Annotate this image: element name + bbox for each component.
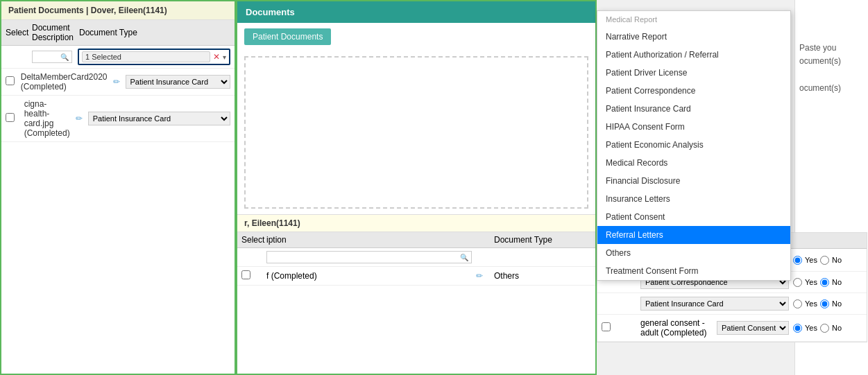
row-1-type-select[interactable]: Patient Insurance Card	[126, 75, 231, 89]
document-type-dropdown[interactable]: Medical Report Narrative Report Patient …	[597, 10, 791, 281]
rd-row-3-type-select[interactable]: Patient Insurance Card	[640, 297, 789, 311]
rd-table-row-3: Patient Insurance Card Yes No	[597, 293, 867, 315]
radio-no-3[interactable]	[820, 299, 829, 308]
search-icon: 🔍	[60, 53, 69, 61]
right-paste-area: Paste you ocument(s) ocument(s)	[795, 0, 868, 99]
middle-table-header: Select iption Document Type	[237, 232, 595, 248]
radio-no-2[interactable]	[820, 278, 829, 287]
mid-row-1-edit-icon[interactable]: ✏	[476, 271, 490, 281]
chevron-down-icon: ▾	[223, 53, 226, 61]
dropdown-item-patient-auth[interactable]: Patient Authorization / Referral	[597, 46, 790, 64]
mid-checkbox-1[interactable]	[241, 270, 250, 279]
checkbox-1[interactable]	[6, 76, 15, 85]
mid-col-header-select: Select	[241, 235, 262, 245]
rd-row-3-clinical: Yes No	[793, 299, 862, 308]
row-1-type-dropdown[interactable]: Patient Insurance Card	[126, 75, 231, 89]
radio-yes-3[interactable]	[793, 299, 802, 308]
mid-search-icon: 🔍	[460, 254, 468, 261]
rd-row-2-clinical: Yes No	[793, 278, 862, 287]
type-filter-badge: 1 Selected	[82, 51, 210, 62]
dropdown-item-insurance-letters[interactable]: Insurance Letters	[597, 190, 790, 208]
rd-row-4-checkbox[interactable]	[602, 322, 636, 333]
radio-no-4[interactable]	[820, 324, 829, 333]
dropdown-item-others[interactable]: Others	[597, 244, 790, 262]
patient-docs-button[interactable]: Patient Documents	[244, 28, 331, 45]
doc-type-filter[interactable]: 1 Selected ✕ ▾	[78, 49, 230, 65]
row-2-type-select[interactable]: Patient Insurance Card	[88, 112, 230, 125]
radio-group-4: Yes No	[793, 324, 862, 333]
row-1-description: DeltaMemberCard2020 (Completed)	[21, 72, 108, 91]
rd-row-4-clinical: Yes No	[793, 324, 862, 333]
row-2-checkbox[interactable]	[6, 113, 19, 124]
rd-row-4-desc: general consent - adult (Completed)	[640, 318, 713, 338]
radio-yes-2-label: Yes	[805, 278, 817, 286]
radio-yes-4-label: Yes	[805, 324, 817, 332]
radio-no-1[interactable]	[820, 256, 829, 265]
dashed-drop-area	[244, 56, 588, 209]
mid-row-1-type-text: Others	[494, 271, 519, 281]
dropdown-item-patient-economic[interactable]: Patient Economic Analysis	[597, 136, 790, 154]
mid-table-row-1: f (Completed) ✏ Others	[237, 267, 595, 286]
dropdown-item-medical-report[interactable]: Medical Report	[597, 11, 790, 28]
dropdown-item-financial[interactable]: Financial Disclosure	[597, 172, 790, 190]
left-panel-title: Patient Documents | Dover, Eileen(1141)	[1, 1, 235, 20]
radio-yes-2[interactable]	[793, 278, 802, 287]
radio-no-4-label: No	[832, 324, 842, 332]
rd-checkbox-4[interactable]	[602, 322, 611, 331]
mid-col-header-desc: iption	[266, 235, 472, 245]
dropdown-item-referral-letters[interactable]: Referral Letters	[597, 226, 790, 244]
mid-search-input[interactable]	[270, 253, 460, 261]
mid-row-1-desc: f (Completed)	[266, 271, 472, 281]
left-filter-row: 🔍 1 Selected ✕ ▾	[1, 46, 235, 69]
col-header-description: Document Description	[32, 23, 74, 42]
clear-filter-button[interactable]: ✕	[213, 52, 220, 62]
table-row: DeltaMemberCard2020 (Completed) ✏ Patien…	[1, 69, 235, 96]
row-2-edit-icon[interactable]: ✏	[76, 114, 83, 123]
mid-col-header-type: Document Type	[494, 235, 591, 245]
dropdown-item-patient-driver[interactable]: Patient Driver License	[597, 64, 790, 82]
document-text-1: ocument(s)	[799, 56, 841, 66]
middle-documents-panel: Documents Patient Documents r, Eileen(11…	[236, 0, 597, 375]
rd-row-3-type[interactable]: Patient Insurance Card	[640, 297, 789, 311]
col-header-type: Document Type	[79, 28, 230, 37]
dropdown-item-patient-insurance[interactable]: Patient Insurance Card	[597, 100, 790, 118]
radio-no-1-label: No	[832, 256, 842, 264]
radio-yes-4[interactable]	[793, 324, 802, 333]
left-search-box[interactable]: 🔍	[32, 51, 72, 63]
document-text-2: ocument(s)	[799, 83, 841, 93]
table-row: cigna-health-card.jpg (Completed) ✏ Pati…	[1, 96, 235, 142]
dropdown-item-treatment-consent[interactable]: Treatment Consent Form	[597, 262, 790, 280]
dropdown-item-patient-correspondence[interactable]: Patient Correspondence	[597, 82, 790, 100]
row-2-description: cigna-health-card.jpg (Completed)	[24, 99, 70, 138]
radio-group-2: Yes No	[793, 278, 862, 287]
rd-row-1-clinical: Yes No	[793, 256, 862, 265]
dropdown-item-patient-consent[interactable]: Patient Consent	[597, 208, 790, 226]
rd-row-4-type[interactable]: Patient Consent	[717, 321, 789, 335]
mid-row-1-type: Others	[494, 271, 591, 281]
row-2-type-dropdown[interactable]: Patient Insurance Card	[88, 112, 230, 125]
middle-patient-title: r, Eileen(1141)	[237, 214, 595, 232]
dropdown-item-narrative-report[interactable]: Narrative Report	[597, 28, 790, 46]
dropdown-item-medical-records[interactable]: Medical Records	[597, 154, 790, 172]
checkbox-2[interactable]	[6, 113, 15, 122]
middle-filter-row: 🔍	[237, 248, 595, 267]
col-header-select: Select	[6, 28, 26, 37]
middle-panel-header: Documents	[237, 1, 595, 23]
paste-text: Paste you	[799, 43, 836, 53]
radio-yes-3-label: Yes	[805, 299, 817, 308]
row-1-checkbox[interactable]	[6, 76, 15, 87]
radio-yes-1[interactable]	[793, 256, 802, 265]
radio-no-3-label: No	[832, 299, 842, 308]
mid-row-1-checkbox-area[interactable]	[241, 270, 262, 281]
dropdown-item-hipaa[interactable]: HIPAA Consent Form	[597, 118, 790, 136]
radio-no-2-label: No	[832, 278, 842, 286]
radio-group-3: Yes No	[793, 299, 862, 308]
radio-yes-1-label: Yes	[805, 256, 817, 264]
rd-table-row-4: general consent - adult (Completed) Pati…	[597, 315, 867, 342]
rd-row-4-type-select[interactable]: Patient Consent	[717, 321, 789, 335]
mid-search-box[interactable]: 🔍	[266, 251, 472, 263]
radio-group-1: Yes No	[793, 256, 862, 265]
left-search-input[interactable]	[35, 53, 60, 61]
row-1-edit-icon[interactable]: ✏	[113, 77, 120, 87]
left-patient-documents-panel: Patient Documents | Dover, Eileen(1141) …	[0, 0, 236, 375]
